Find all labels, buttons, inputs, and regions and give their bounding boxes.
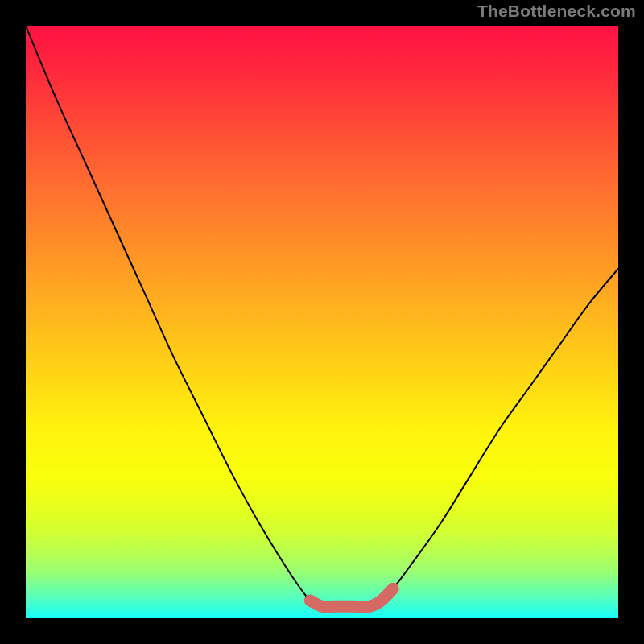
- plot-area: [26, 26, 618, 618]
- bottleneck-curve: [26, 26, 618, 607]
- chart-svg: [26, 26, 618, 618]
- watermark-text: TheBottleneck.com: [477, 2, 636, 21]
- chart-frame: TheBottleneck.com: [0, 0, 644, 644]
- plateau-marker: [310, 588, 393, 607]
